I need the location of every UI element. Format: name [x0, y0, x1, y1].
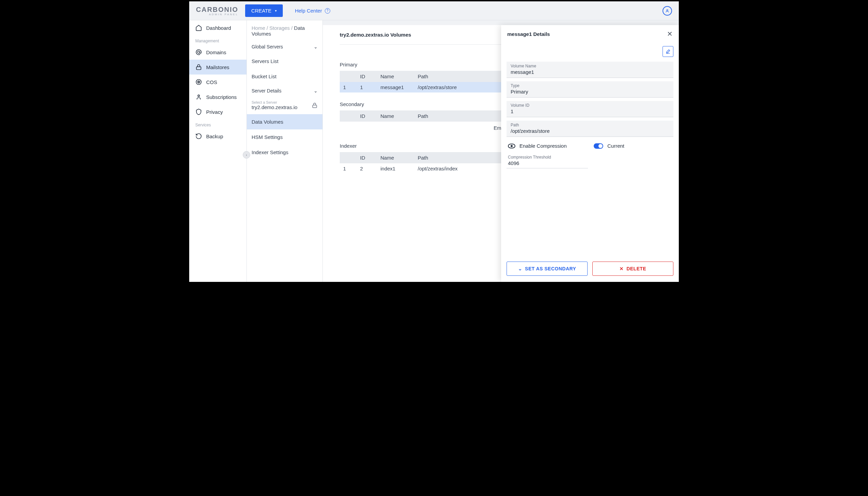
- brand-subtitle: ADMIN PANEL: [196, 13, 238, 16]
- server-selector-value: try2.demo.zextras.io: [252, 104, 297, 110]
- sidebar2-section-label: Server Details: [252, 88, 281, 93]
- user-icon: [665, 9, 669, 13]
- sidebar-item-domains[interactable]: Domains: [189, 45, 246, 60]
- breadcrumb-home[interactable]: Home: [252, 25, 265, 31]
- sidebar-collapse-button[interactable]: ‹: [243, 151, 250, 158]
- chevron-down-icon: ⌄: [314, 88, 318, 93]
- cell-name: index1: [377, 163, 414, 174]
- help-center-label: Help Center: [295, 8, 322, 14]
- breadcrumb-storages[interactable]: Storages: [270, 25, 290, 31]
- lock-icon: [312, 102, 318, 108]
- close-button[interactable]: ✕: [667, 30, 673, 38]
- col-id: ID: [357, 110, 377, 122]
- eye-icon: [508, 144, 515, 149]
- sidebar2-global-servers[interactable]: Global Servers ⌄: [247, 40, 323, 53]
- brand-name: CARBONIO: [196, 6, 238, 14]
- field-label: Volume ID: [511, 103, 669, 108]
- sidebar-item-label: Mailstores: [206, 64, 229, 70]
- shield-icon: [195, 108, 202, 115]
- brand-logo: CARBONIO ADMIN PANEL: [196, 5, 238, 17]
- field-label: Volume Name: [511, 64, 669, 68]
- help-center-link[interactable]: Help Center ?: [295, 8, 330, 14]
- field-value: message1: [511, 69, 669, 75]
- close-icon: ✕: [619, 266, 624, 272]
- details-title: message1 Details: [507, 31, 550, 37]
- field-volume-name: Volume Name message1: [507, 62, 673, 78]
- at-icon: [195, 49, 202, 56]
- help-icon: ?: [325, 8, 330, 14]
- sidebar2-data-volumes[interactable]: Data Volumes: [247, 114, 323, 129]
- button-label: SET AS SECONDARY: [525, 266, 576, 272]
- app-header: CARBONIO ADMIN PANEL CREATE ▾ Help Cente…: [189, 1, 679, 20]
- svg-rect-2: [196, 67, 201, 69]
- details-panel: message1 Details ✕ Volume Name message1: [501, 25, 679, 282]
- chevron-down-icon: ▾: [275, 9, 277, 13]
- edit-button[interactable]: [662, 46, 673, 57]
- secondary-sidebar: Home / Storages / Data Volumes Global Se…: [247, 20, 323, 282]
- col-name: Name: [377, 152, 414, 163]
- sidebar-section-management: Management: [189, 35, 246, 45]
- target-icon: [195, 79, 202, 86]
- svg-point-5: [198, 82, 199, 82]
- col-idx: [340, 152, 357, 163]
- sidebar-item-label: Domains: [206, 49, 226, 55]
- sidebar2-indexer-settings[interactable]: Indexer Settings: [247, 145, 323, 160]
- details-header: message1 Details ✕: [501, 25, 679, 43]
- sidebar2-hsm-settings[interactable]: HSM Settings: [247, 129, 323, 145]
- breadcrumb: Home / Storages / Data Volumes: [247, 20, 323, 40]
- sidebar-item-cos[interactable]: COS: [189, 75, 246, 90]
- cell-idx: 1: [340, 82, 357, 93]
- svg-point-1: [198, 51, 200, 53]
- set-as-secondary-button[interactable]: ⌄ SET AS SECONDARY: [507, 262, 588, 276]
- toggle-enable-compression[interactable]: Enable Compression: [508, 143, 567, 149]
- col-idx: [340, 110, 357, 122]
- field-label: Path: [511, 123, 669, 127]
- sidebar-item-label: Dashboard: [206, 25, 231, 31]
- cell-id: 2: [357, 163, 377, 174]
- create-button[interactable]: CREATE ▾: [245, 4, 283, 17]
- server-selector[interactable]: Select a Server try2.demo.zextras.io: [247, 97, 323, 114]
- svg-point-0: [667, 10, 668, 11]
- col-name: Name: [377, 71, 414, 82]
- col-name: Name: [377, 110, 414, 122]
- toggle-current[interactable]: Current: [594, 143, 624, 149]
- sidebar-item-backup[interactable]: Backup: [189, 129, 246, 144]
- sidebar2-servers-list[interactable]: Servers List: [247, 53, 323, 69]
- svg-rect-7: [313, 105, 317, 108]
- cell-id: 1: [357, 82, 377, 93]
- home-icon: [195, 25, 202, 31]
- chevron-double-down-icon: ⌄: [518, 266, 523, 272]
- server-selector-label: Select a Server: [252, 100, 297, 104]
- close-icon: ✕: [667, 30, 673, 37]
- col-idx: [340, 71, 357, 82]
- delete-button[interactable]: ✕ DELETE: [592, 262, 673, 276]
- field-value: /opt/zextras/store: [511, 128, 669, 134]
- create-button-label: CREATE: [251, 8, 272, 14]
- sidebar-item-mailstores[interactable]: Mailstores: [189, 60, 246, 75]
- button-label: DELETE: [627, 266, 646, 272]
- chevron-down-icon: ⌄: [314, 44, 318, 49]
- content-area: try2.demo.zextras.io Volumes Primary ID …: [323, 20, 679, 282]
- col-id: ID: [357, 71, 377, 82]
- undo-icon: [195, 133, 202, 140]
- sidebar-item-label: Backup: [206, 134, 223, 139]
- col-id: ID: [357, 152, 377, 163]
- sidebar2-bucket-list[interactable]: Bucket List: [247, 69, 323, 84]
- toggle-on-icon: [594, 143, 603, 149]
- sidebar-item-label: COS: [206, 79, 217, 85]
- person-icon: [195, 93, 202, 100]
- field-path: Path /opt/zextras/store: [507, 121, 673, 137]
- field-value: Primary: [511, 89, 669, 94]
- sidebar-item-subscriptions[interactable]: Subscriptions: [189, 90, 246, 104]
- sidebar2-server-details[interactable]: Server Details ⌄: [247, 84, 323, 97]
- field-value: 4096: [508, 160, 587, 166]
- chevron-left-icon: ‹: [246, 153, 247, 157]
- user-avatar-button[interactable]: [662, 6, 672, 16]
- sidebar2-section-label: Global Servers: [252, 44, 283, 49]
- field-value: 1: [511, 108, 669, 114]
- sidebar-section-services: Services: [189, 119, 246, 129]
- sidebar-item-dashboard[interactable]: Dashboard: [189, 20, 246, 35]
- lock-icon: [195, 64, 202, 71]
- sidebar-item-label: Privacy: [206, 109, 223, 115]
- sidebar-item-privacy[interactable]: Privacy: [189, 104, 246, 119]
